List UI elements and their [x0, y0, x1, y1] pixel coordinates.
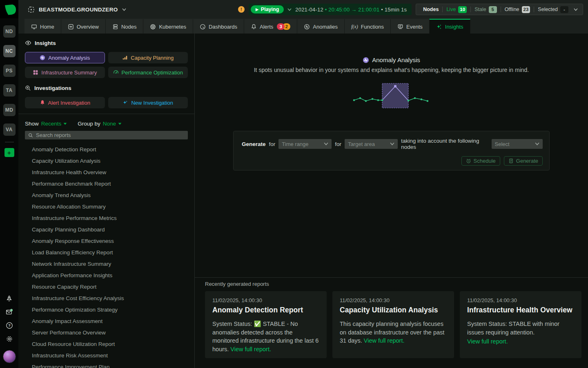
- add-space-button[interactable]: +: [4, 148, 14, 157]
- for-text: for: [335, 141, 341, 147]
- user-avatar[interactable]: [3, 350, 16, 363]
- group-by-value-dropdown[interactable]: None: [103, 121, 122, 127]
- report-card[interactable]: 11/02/2025, 14:00:30 Infrastructure Heal…: [460, 291, 581, 358]
- nodes-select-dropdown[interactable]: Select: [492, 139, 543, 149]
- report-list-item[interactable]: Anomaly Response Effectiveness: [32, 235, 188, 247]
- tab-home[interactable]: Home: [24, 19, 61, 34]
- tab-events[interactable]: Events: [390, 19, 429, 34]
- rail-bottom-icons: ?: [3, 295, 16, 368]
- report-card[interactable]: 11/02/2025, 14:00:30 Anomaly Detection R…: [205, 291, 327, 358]
- target-area-dropdown[interactable]: Target area: [345, 139, 398, 149]
- tab-label: Kubernetes: [159, 24, 186, 30]
- infrastructure-summary-button[interactable]: Infrastructure Summary: [25, 67, 105, 78]
- anomaly-analysis-button[interactable]: Anomaly Analysis: [25, 52, 105, 63]
- playing-button[interactable]: ▶ Playing: [251, 5, 284, 13]
- help-icon[interactable]: ?: [6, 322, 13, 329]
- view-full-report-link[interactable]: View full report.: [467, 337, 574, 346]
- right-column: BEASTMODE.GROUNDZERO ! ▶ Playing 2021-04…: [18, 0, 588, 368]
- tab-kubernetes[interactable]: Kubernetes: [143, 19, 193, 34]
- report-list-item[interactable]: Load Balancing Efficiency Report: [32, 247, 188, 258]
- playing-label: Playing: [261, 7, 279, 12]
- workspace-icon: [28, 6, 35, 13]
- new-investigation-button[interactable]: New Investigation: [108, 97, 188, 108]
- nodes-offline-seg[interactable]: Offline 23: [501, 6, 534, 13]
- report-timestamp: 11/02/2025, 14:00:30: [212, 297, 319, 303]
- generate-actions: Schedule Generate: [242, 156, 543, 166]
- tab-nodes[interactable]: Nodes: [105, 19, 143, 34]
- app-root: ND NC PS TA MD VA +: [0, 0, 588, 368]
- alert-investigation-button[interactable]: Alert Investigation: [25, 97, 105, 108]
- schedule-button[interactable]: Schedule: [461, 156, 500, 166]
- time-range-value: 20:45:00 → 21:00:01: [328, 7, 379, 13]
- performance-optimization-button[interactable]: Performance Optimization: [108, 67, 188, 78]
- tab-alerts[interactable]: Alerts 3 2: [244, 19, 297, 34]
- anomaly-analysis-icon: [40, 55, 45, 61]
- space-item-nc[interactable]: NC: [3, 45, 16, 57]
- feedback-mail-icon[interactable]: [6, 308, 13, 316]
- report-list-item[interactable]: Cloud Resource Utilization Report: [32, 338, 188, 350]
- space-item-md[interactable]: MD: [3, 104, 16, 116]
- nodes-live-seg[interactable]: Live 10: [443, 6, 470, 13]
- report-list-item[interactable]: Server Performance Overview: [32, 327, 188, 338]
- report-list-item[interactable]: Infrastructure Health Overview: [32, 166, 188, 178]
- show-value-dropdown[interactable]: Recents: [41, 121, 67, 127]
- workspace-chevron-icon[interactable]: [122, 8, 126, 11]
- nodes-selected-seg[interactable]: Selected -: [534, 6, 572, 13]
- tab-functions[interactable]: f(x) Functions: [344, 19, 390, 34]
- capacity-planning-button[interactable]: Capacity Planning: [108, 52, 188, 63]
- show-label: Show: [25, 121, 39, 127]
- generate-panel: Generate for Time range for Target area: [233, 131, 550, 171]
- search-reports-input[interactable]: [36, 132, 185, 138]
- report-list-item[interactable]: Application Performance Insights: [32, 269, 188, 281]
- nodes-chevron-icon[interactable]: [572, 8, 579, 11]
- button-label: Infrastructure Summary: [41, 70, 97, 76]
- group-by-label: Group by: [78, 121, 100, 127]
- report-list-item[interactable]: Anomaly Impact Assessment: [32, 315, 188, 327]
- rocket-icon[interactable]: [6, 295, 13, 302]
- report-summary-text: System Status: STABLE with minor issues …: [467, 321, 559, 336]
- report-list-item[interactable]: Resource Allocation Summary: [32, 201, 188, 212]
- report-card[interactable]: 11/02/2025, 14:00:30 Capacity Utilizatio…: [332, 291, 454, 358]
- report-list-item[interactable]: Infrastructure Risk Assessment: [32, 350, 188, 361]
- space-item-ta[interactable]: TA: [3, 84, 16, 96]
- tab-overview[interactable]: Overview: [61, 19, 105, 34]
- report-list-item[interactable]: Performance Optimization Strategy: [32, 304, 188, 315]
- chevron-down-icon: [324, 142, 328, 146]
- space-item-ps[interactable]: PS: [3, 65, 16, 77]
- report-list-item[interactable]: Infrastructure Cost Efficiency Analysis: [32, 292, 188, 304]
- top-bar: BEASTMODE.GROUNDZERO ! ▶ Playing 2021-04…: [18, 0, 588, 19]
- report-list-item[interactable]: Anomaly Trend Analysis: [32, 189, 188, 201]
- nodes-title: Nodes: [423, 7, 439, 12]
- info-badge-icon[interactable]: !: [238, 6, 245, 13]
- report-list-item[interactable]: Resource Capacity Report: [32, 281, 188, 292]
- time-range-display[interactable]: 2021-04-12 • 20:45:00 → 21:00:01 • 15min…: [295, 7, 407, 13]
- report-list-item[interactable]: Performance Improvement Plan: [32, 361, 188, 368]
- report-list-item[interactable]: Network Infrastructure Summary: [32, 258, 188, 269]
- tab-dashboards[interactable]: Dashboards: [193, 19, 244, 34]
- playing-chevron-icon[interactable]: [287, 8, 292, 11]
- report-list-item[interactable]: Performance Benchmark Report: [32, 178, 188, 189]
- time-range-dropdown[interactable]: Time range: [278, 139, 332, 149]
- workspace-name[interactable]: BEASTMODE.GROUNDZERO: [39, 7, 118, 13]
- dot-sep: •: [325, 7, 327, 13]
- target-area-placeholder: Target area: [348, 141, 375, 147]
- settings-gear-icon[interactable]: [6, 335, 13, 343]
- report-list-item[interactable]: Capacity Planning Dashboard: [32, 224, 188, 235]
- view-full-report-link[interactable]: View full report.: [230, 346, 271, 352]
- netdata-logo-icon: [2, 2, 16, 16]
- space-item-nd[interactable]: ND: [3, 25, 16, 38]
- generate-button[interactable]: Generate: [504, 156, 543, 166]
- report-list-item[interactable]: Infrastructure Performance Metrics: [32, 212, 188, 224]
- space-item-va[interactable]: VA: [3, 123, 16, 136]
- nodes-stale-seg[interactable]: Stale 5: [471, 6, 501, 13]
- nodes-status-strip: Nodes Live 10 Stale 5 Offline: [416, 4, 583, 15]
- view-full-report-link[interactable]: View full report.: [364, 337, 405, 344]
- tab-insights[interactable]: Insights: [429, 19, 470, 34]
- netdata-logo: [0, 0, 18, 18]
- report-list-item[interactable]: Anomaly Detection Report: [32, 144, 188, 155]
- selected-value-badge: -: [560, 6, 568, 13]
- live-label: Live: [446, 7, 456, 12]
- report-list-item[interactable]: Capacity Utilization Analysis: [32, 155, 188, 166]
- hero: Anomaly Analysis It spots unusual behavi…: [195, 56, 588, 73]
- tab-anomalies[interactable]: Anomalies: [297, 19, 344, 34]
